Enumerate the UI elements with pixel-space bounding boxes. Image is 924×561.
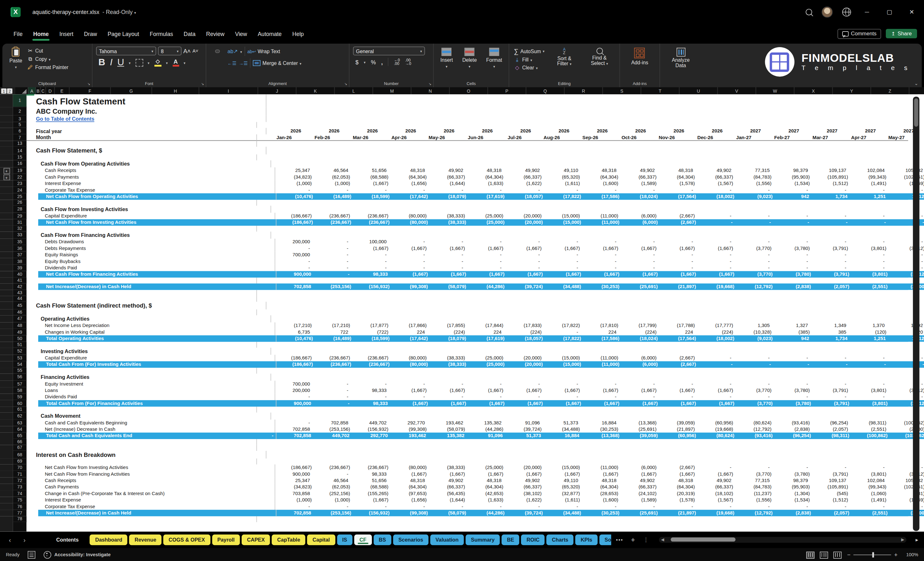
row-label-cell[interactable]: Interest on Cash Breakdown xyxy=(26,451,266,459)
data-cell[interactable]: (1,667) xyxy=(429,400,468,406)
data-cell[interactable]: 942 xyxy=(774,193,813,200)
data-cell[interactable]: (2,838) xyxy=(774,284,813,290)
row-header-47[interactable]: 47 xyxy=(13,315,27,322)
data-cell[interactable]: (66,337) xyxy=(429,174,467,180)
data-cell[interactable]: 2026 xyxy=(573,128,611,134)
data-cell[interactable]: Apr-27 xyxy=(832,134,870,140)
data-cell[interactable]: (1,000) xyxy=(314,180,352,187)
sheet-tab-kpis[interactable]: KPIs xyxy=(575,534,598,545)
data-cell[interactable]: (44,286) xyxy=(467,426,505,432)
row-header-26[interactable]: 26 xyxy=(13,200,27,206)
data-cell[interactable]: (25,000) xyxy=(467,213,505,219)
data-cell[interactable]: - xyxy=(390,381,428,387)
data-cell[interactable]: Apr-26 xyxy=(372,134,410,140)
data-cell[interactable]: (39,724) xyxy=(505,426,543,432)
outline-level-2[interactable]: 2 xyxy=(7,88,12,94)
row-label-cell[interactable] xyxy=(26,154,256,160)
row-header-48[interactable]: 48 xyxy=(13,322,27,328)
row-label-cell[interactable]: Total Cash From (For) Financing Activiti… xyxy=(26,400,276,406)
data-cell[interactable]: (3,780) xyxy=(773,245,812,252)
data-cell[interactable]: (3,791) xyxy=(813,271,851,278)
data-cell[interactable]: - xyxy=(812,503,850,510)
data-cell[interactable]: (2,057) xyxy=(812,426,850,432)
data-cell[interactable]: (18,002) xyxy=(698,335,736,342)
row-header-58[interactable]: 58 xyxy=(13,387,27,393)
decrease-indent-button[interactable]: ←☰ xyxy=(227,60,236,66)
column-header-I[interactable]: I xyxy=(200,87,258,94)
row-label-cell[interactable]: Cash Payments xyxy=(26,174,274,180)
data-cell[interactable]: 102,084 xyxy=(850,168,888,174)
data-cell[interactable]: (65,320) xyxy=(543,174,582,180)
row-header-76[interactable]: 76 xyxy=(13,503,27,510)
data-cell[interactable]: (18,102) xyxy=(697,490,735,496)
data-cell[interactable]: (224) xyxy=(620,329,658,335)
data-cell[interactable]: (25,000) xyxy=(467,465,505,471)
data-cell[interactable]: - xyxy=(352,258,390,265)
row-header-60[interactable]: 60 xyxy=(13,400,27,406)
data-cell[interactable]: 900,000 xyxy=(275,471,313,477)
number-dialog-launcher[interactable]: ↘ xyxy=(429,81,431,86)
data-cell[interactable]: 48,318 xyxy=(658,168,697,174)
data-cell[interactable]: - xyxy=(314,381,352,387)
increase-font-icon[interactable]: A˄ xyxy=(183,48,191,54)
data-cell[interactable]: (44,286) xyxy=(468,284,506,290)
data-cell[interactable]: (2,667) xyxy=(658,213,697,219)
data-cell[interactable]: (38,333) xyxy=(429,219,468,226)
data-cell[interactable]: (80,000) xyxy=(392,219,429,226)
data-cell[interactable]: (1,667) xyxy=(697,245,735,252)
data-cell[interactable]: (15,000) xyxy=(544,362,583,368)
data-cell[interactable]: - xyxy=(658,381,697,387)
data-cell[interactable]: - xyxy=(698,362,736,368)
data-cell[interactable]: - xyxy=(275,503,313,510)
data-cell[interactable]: 1,251 xyxy=(851,335,889,342)
data-cell[interactable]: 109,137 xyxy=(812,168,850,174)
globe-icon[interactable] xyxy=(842,8,851,16)
ribbon-tab-draw[interactable]: Draw xyxy=(79,27,102,40)
data-cell[interactable]: (1,578) xyxy=(658,496,697,503)
zoom-in-icon[interactable]: + xyxy=(894,552,898,558)
row-header-24[interactable]: 24 xyxy=(13,187,27,193)
outline-expand-icon[interactable]: + xyxy=(3,168,9,174)
data-cell[interactable]: (11,237) xyxy=(735,490,773,496)
row-label-cell[interactable]: Loans xyxy=(26,387,274,393)
data-cell[interactable]: (17,619) xyxy=(468,335,506,342)
data-cell[interactable]: (1,589) xyxy=(620,496,658,503)
column-header-N[interactable]: N xyxy=(411,87,450,94)
row-label-cell[interactable]: Cash Flow Statement (indirect method), $ xyxy=(26,302,266,309)
data-cell[interactable]: (1,000) xyxy=(314,496,352,503)
data-cell[interactable]: - xyxy=(429,187,467,193)
data-cell[interactable]: (3,791) xyxy=(812,387,850,393)
data-cell[interactable]: - xyxy=(812,381,850,387)
page-break-view-icon[interactable] xyxy=(834,552,842,558)
data-cell[interactable]: - xyxy=(543,252,582,258)
data-cell[interactable]: (1,667) xyxy=(659,271,698,278)
data-cell[interactable]: - xyxy=(620,393,658,400)
data-cell[interactable]: - xyxy=(658,265,697,271)
ribbon-tab-file[interactable]: File xyxy=(8,27,28,40)
data-cell[interactable]: (1,667) xyxy=(392,400,429,406)
data-cell[interactable]: 1,251 xyxy=(851,193,889,200)
data-cell[interactable]: - xyxy=(582,503,620,510)
data-cell[interactable]: (3,770) xyxy=(736,400,774,406)
data-cell[interactable]: (20,319) xyxy=(658,490,697,496)
data-cell[interactable]: (11,000) xyxy=(583,362,621,368)
data-cell[interactable]: Aug-26 xyxy=(525,134,563,140)
row-header-41[interactable]: 41 xyxy=(13,278,27,284)
page-layout-view-icon[interactable] xyxy=(820,552,828,558)
number-format-select[interactable]: General▾ xyxy=(353,46,425,56)
data-cell[interactable]: - xyxy=(543,265,582,271)
align-center-button[interactable] xyxy=(216,62,219,64)
data-cell[interactable]: (80,000) xyxy=(390,355,428,361)
data-cell[interactable]: (100,862) xyxy=(851,433,889,439)
data-cell[interactable]: (3,801) xyxy=(850,245,888,252)
data-cell[interactable]: - xyxy=(812,465,850,471)
data-cell[interactable]: (1,667) xyxy=(658,387,697,393)
sheet-nav-right-icon[interactable]: › xyxy=(18,536,31,543)
data-cell[interactable]: - xyxy=(390,252,428,258)
data-cell[interactable]: (1,667) xyxy=(352,180,390,187)
data-cell[interactable]: - xyxy=(543,187,582,193)
row-label-cell[interactable]: Interest Expense xyxy=(26,180,274,187)
row-label-cell[interactable]: ABC Company Inc. xyxy=(26,107,266,116)
data-cell[interactable]: (15,000) xyxy=(543,465,582,471)
copy-button[interactable]: ⧉Copy▾ xyxy=(26,55,69,63)
